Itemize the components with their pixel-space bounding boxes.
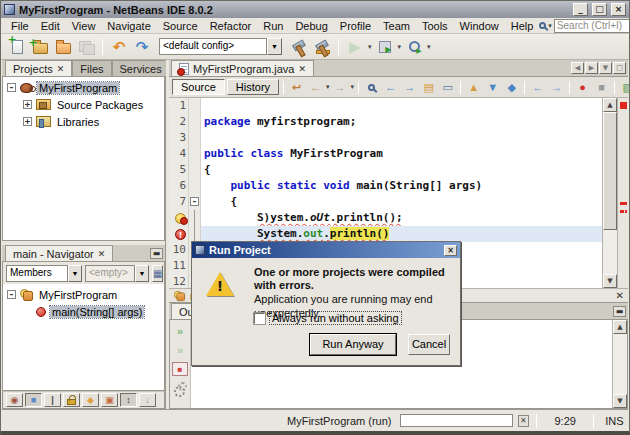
scrollbar-track[interactable] — [603, 112, 617, 274]
code-text[interactable] — [201, 98, 602, 114]
menu-view[interactable]: View — [66, 19, 102, 33]
open-project-icon[interactable] — [53, 37, 73, 57]
new-project-icon[interactable] — [30, 37, 50, 57]
show-inherited-icon[interactable]: ◉ — [6, 393, 23, 407]
code-line[interactable]: 7- { — [169, 194, 602, 210]
editor-scrollbar[interactable]: ▲ ▼ — [602, 98, 617, 288]
fold-collapse-icon[interactable]: - — [190, 197, 199, 206]
cancel-button[interactable]: Cancel — [408, 334, 450, 355]
code-text[interactable]: { — [201, 194, 602, 210]
output-scrollbar[interactable]: ▲ ▼ — [612, 320, 627, 408]
error-mark[interactable] — [625, 210, 627, 213]
code-line[interactable]: 1 — [169, 98, 602, 114]
profile-dropdown-icon[interactable]: ▾ — [427, 43, 431, 51]
fold-margin[interactable] — [189, 114, 201, 130]
stop-macro-icon[interactable]: ■ — [593, 79, 610, 95]
fold-margin[interactable] — [189, 130, 201, 146]
tab-services[interactable]: Services — [112, 60, 170, 76]
dialog-title-bar[interactable]: Run Project × — [192, 242, 460, 258]
rerun-icon[interactable]: » — [172, 324, 188, 338]
code-text[interactable]: public class MyFirstProgram — [201, 146, 602, 162]
tab-navigator[interactable]: main - Navigator ✕ — [5, 245, 113, 261]
fold-margin[interactable]: - — [189, 194, 201, 210]
tree-item-label[interactable]: main(String[] args) — [50, 306, 144, 318]
error-mark[interactable] — [620, 210, 624, 213]
tree-item[interactable]: +Source Packages — [3, 96, 164, 113]
build-settings-icon[interactable] — [172, 381, 188, 395]
menu-debug[interactable]: Debug — [289, 19, 333, 33]
code-text[interactable]: { — [201, 162, 602, 178]
maximize-button[interactable]: □ — [592, 3, 607, 16]
redo-icon[interactable]: ↷ — [132, 37, 152, 57]
shift-left-icon[interactable]: ← — [529, 79, 546, 95]
tree-item[interactable]: -MyFirstProgram — [3, 79, 164, 96]
show-non-public-icon[interactable] — [63, 393, 80, 407]
menu-team[interactable]: Team — [377, 19, 416, 33]
code-line[interactable]: 5{ — [169, 162, 602, 178]
navigator-tab-close-icon[interactable]: ✕ — [98, 249, 106, 259]
run-anyway-button[interactable]: Run Anyway — [310, 334, 396, 355]
search-dropdown-icon[interactable]: ▾ — [548, 22, 552, 30]
show-fields-icon[interactable]: ■ — [25, 393, 42, 407]
navigator-inspect-button[interactable]: ▦ — [152, 265, 163, 282]
tree-expander-icon[interactable]: + — [23, 100, 32, 109]
tree-item-label[interactable]: Source Packages — [55, 99, 145, 111]
search-input[interactable] — [554, 19, 630, 33]
scroll-tabs-right-icon[interactable]: ▶ — [585, 62, 598, 74]
code-text[interactable]: public static void main(String[] args) — [201, 178, 602, 194]
profile-icon[interactable] — [404, 37, 424, 57]
record-macro-icon[interactable]: ● — [574, 79, 591, 95]
scroll-up-icon[interactable]: ▲ — [603, 98, 617, 112]
show-statics-icon[interactable]: | — [44, 393, 61, 407]
tree-item-label[interactable]: MyFirstProgram — [37, 82, 119, 94]
cancel-process-icon[interactable]: ✕ — [518, 415, 530, 427]
back-dropdown-icon[interactable]: ▾ — [326, 83, 330, 91]
code-line[interactable]: S)ystem.oUt.println(); — [169, 210, 602, 226]
navigator-minimize-icon[interactable]: ▬ — [150, 248, 163, 259]
editor-tab-close-icon[interactable]: ✕ — [298, 64, 306, 74]
show-elements-filter-icon[interactable]: ▣ — [101, 393, 118, 407]
tree-expander-icon[interactable]: + — [23, 117, 32, 126]
menu-edit[interactable]: Edit — [35, 19, 66, 33]
error-stripe[interactable] — [617, 98, 628, 288]
fold-margin[interactable] — [189, 98, 201, 114]
menu-run[interactable]: Run — [257, 19, 289, 33]
code-text[interactable]: System.out.println() — [201, 226, 602, 242]
search-icon[interactable] — [539, 22, 546, 29]
fold-margin[interactable] — [189, 226, 201, 242]
run-dropdown-icon[interactable]: ▾ — [368, 43, 372, 51]
menu-tools[interactable]: Tools — [416, 19, 454, 33]
menu-refactor[interactable]: Refactor — [204, 19, 258, 33]
error-mark[interactable] — [620, 202, 627, 205]
code-line[interactable]: 2package myfirstprogram; — [169, 114, 602, 130]
scrollbar-thumb[interactable] — [603, 112, 617, 230]
build-icon[interactable] — [289, 37, 309, 57]
code-text[interactable]: package myfirstprogram; — [201, 114, 602, 130]
project-config-combo[interactable]: <default config>▼ — [159, 38, 282, 55]
code-line[interactable]: 3 — [169, 130, 602, 146]
debug-dropdown-icon[interactable]: ▾ — [398, 43, 402, 51]
tree-item-label[interactable]: MyFirstProgram — [37, 289, 119, 301]
rectangular-selection-icon[interactable]: ▭ — [439, 79, 456, 95]
dialog-close-icon[interactable]: × — [444, 245, 457, 256]
toggle-bookmark-icon[interactable]: ◆ — [503, 79, 520, 95]
tree-expander-icon[interactable]: - — [7, 83, 16, 92]
minimize-button[interactable]: _ — [573, 3, 588, 16]
always-run-checkbox[interactable] — [254, 313, 265, 324]
scroll-down-icon[interactable]: ▼ — [613, 394, 627, 408]
chevron-down-icon[interactable]: ▼ — [68, 265, 82, 282]
projects-tab-close-icon[interactable]: ✕ — [57, 64, 65, 74]
forward-icon[interactable]: → — [332, 79, 349, 95]
sort-source-icon[interactable]: ↓ — [139, 393, 156, 407]
menu-window[interactable]: Window — [454, 19, 505, 33]
show-inner-classes-icon[interactable]: ◆ — [82, 393, 99, 407]
output-minimize-icon[interactable]: ▬ — [613, 306, 626, 317]
tab-list-dropdown-icon[interactable]: ▼ — [599, 62, 612, 74]
history-view-button[interactable]: History — [227, 79, 279, 95]
undo-icon[interactable]: ↶ — [109, 37, 129, 57]
menu-navigate[interactable]: Navigate — [101, 19, 156, 33]
breadcrumb-close-icon[interactable]: ✕ — [616, 290, 624, 301]
find-next-icon[interactable]: → — [401, 79, 418, 95]
forward-dropdown-icon[interactable]: ▾ — [351, 83, 355, 91]
navigator-tree[interactable]: -MyFirstProgrammain(String[] args) — [2, 284, 165, 391]
